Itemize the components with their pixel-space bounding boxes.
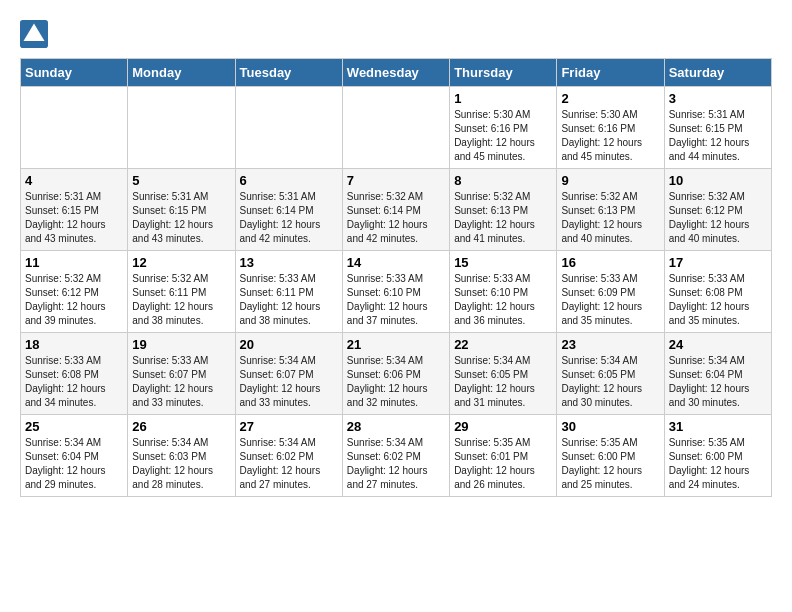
day-number: 11 bbox=[25, 255, 123, 270]
day-info: Sunrise: 5:30 AM Sunset: 6:16 PM Dayligh… bbox=[454, 108, 552, 164]
day-number: 20 bbox=[240, 337, 338, 352]
calendar-week-row: 25Sunrise: 5:34 AM Sunset: 6:04 PM Dayli… bbox=[21, 415, 772, 497]
day-info: Sunrise: 5:33 AM Sunset: 6:10 PM Dayligh… bbox=[454, 272, 552, 328]
column-header-thursday: Thursday bbox=[450, 59, 557, 87]
column-header-wednesday: Wednesday bbox=[342, 59, 449, 87]
calendar-cell: 27Sunrise: 5:34 AM Sunset: 6:02 PM Dayli… bbox=[235, 415, 342, 497]
calendar-cell: 22Sunrise: 5:34 AM Sunset: 6:05 PM Dayli… bbox=[450, 333, 557, 415]
day-info: Sunrise: 5:33 AM Sunset: 6:11 PM Dayligh… bbox=[240, 272, 338, 328]
column-header-monday: Monday bbox=[128, 59, 235, 87]
day-info: Sunrise: 5:32 AM Sunset: 6:13 PM Dayligh… bbox=[561, 190, 659, 246]
day-number: 6 bbox=[240, 173, 338, 188]
day-info: Sunrise: 5:32 AM Sunset: 6:13 PM Dayligh… bbox=[454, 190, 552, 246]
calendar-cell bbox=[128, 87, 235, 169]
calendar-cell bbox=[342, 87, 449, 169]
day-info: Sunrise: 5:33 AM Sunset: 6:08 PM Dayligh… bbox=[669, 272, 767, 328]
day-info: Sunrise: 5:31 AM Sunset: 6:15 PM Dayligh… bbox=[132, 190, 230, 246]
calendar-week-row: 18Sunrise: 5:33 AM Sunset: 6:08 PM Dayli… bbox=[21, 333, 772, 415]
day-number: 14 bbox=[347, 255, 445, 270]
day-info: Sunrise: 5:34 AM Sunset: 6:03 PM Dayligh… bbox=[132, 436, 230, 492]
day-number: 21 bbox=[347, 337, 445, 352]
calendar-cell: 29Sunrise: 5:35 AM Sunset: 6:01 PM Dayli… bbox=[450, 415, 557, 497]
column-header-sunday: Sunday bbox=[21, 59, 128, 87]
day-number: 8 bbox=[454, 173, 552, 188]
day-number: 12 bbox=[132, 255, 230, 270]
calendar-cell: 8Sunrise: 5:32 AM Sunset: 6:13 PM Daylig… bbox=[450, 169, 557, 251]
calendar-cell: 15Sunrise: 5:33 AM Sunset: 6:10 PM Dayli… bbox=[450, 251, 557, 333]
column-header-friday: Friday bbox=[557, 59, 664, 87]
calendar-cell: 26Sunrise: 5:34 AM Sunset: 6:03 PM Dayli… bbox=[128, 415, 235, 497]
calendar-cell: 16Sunrise: 5:33 AM Sunset: 6:09 PM Dayli… bbox=[557, 251, 664, 333]
calendar-cell: 13Sunrise: 5:33 AM Sunset: 6:11 PM Dayli… bbox=[235, 251, 342, 333]
calendar-cell: 18Sunrise: 5:33 AM Sunset: 6:08 PM Dayli… bbox=[21, 333, 128, 415]
day-number: 13 bbox=[240, 255, 338, 270]
day-info: Sunrise: 5:35 AM Sunset: 6:00 PM Dayligh… bbox=[669, 436, 767, 492]
calendar-week-row: 11Sunrise: 5:32 AM Sunset: 6:12 PM Dayli… bbox=[21, 251, 772, 333]
day-info: Sunrise: 5:32 AM Sunset: 6:14 PM Dayligh… bbox=[347, 190, 445, 246]
day-number: 2 bbox=[561, 91, 659, 106]
day-number: 18 bbox=[25, 337, 123, 352]
calendar-cell: 10Sunrise: 5:32 AM Sunset: 6:12 PM Dayli… bbox=[664, 169, 771, 251]
calendar-table: SundayMondayTuesdayWednesdayThursdayFrid… bbox=[20, 58, 772, 497]
day-number: 30 bbox=[561, 419, 659, 434]
calendar-cell: 7Sunrise: 5:32 AM Sunset: 6:14 PM Daylig… bbox=[342, 169, 449, 251]
day-number: 25 bbox=[25, 419, 123, 434]
day-number: 16 bbox=[561, 255, 659, 270]
page-header bbox=[20, 20, 772, 48]
day-number: 24 bbox=[669, 337, 767, 352]
calendar-cell: 24Sunrise: 5:34 AM Sunset: 6:04 PM Dayli… bbox=[664, 333, 771, 415]
calendar-cell: 12Sunrise: 5:32 AM Sunset: 6:11 PM Dayli… bbox=[128, 251, 235, 333]
day-number: 19 bbox=[132, 337, 230, 352]
day-info: Sunrise: 5:32 AM Sunset: 6:12 PM Dayligh… bbox=[669, 190, 767, 246]
calendar-cell bbox=[235, 87, 342, 169]
day-info: Sunrise: 5:31 AM Sunset: 6:15 PM Dayligh… bbox=[25, 190, 123, 246]
day-info: Sunrise: 5:32 AM Sunset: 6:11 PM Dayligh… bbox=[132, 272, 230, 328]
calendar-cell: 14Sunrise: 5:33 AM Sunset: 6:10 PM Dayli… bbox=[342, 251, 449, 333]
day-info: Sunrise: 5:34 AM Sunset: 6:02 PM Dayligh… bbox=[347, 436, 445, 492]
day-info: Sunrise: 5:31 AM Sunset: 6:14 PM Dayligh… bbox=[240, 190, 338, 246]
day-number: 7 bbox=[347, 173, 445, 188]
day-number: 3 bbox=[669, 91, 767, 106]
calendar-cell: 23Sunrise: 5:34 AM Sunset: 6:05 PM Dayli… bbox=[557, 333, 664, 415]
day-info: Sunrise: 5:34 AM Sunset: 6:07 PM Dayligh… bbox=[240, 354, 338, 410]
calendar-cell: 19Sunrise: 5:33 AM Sunset: 6:07 PM Dayli… bbox=[128, 333, 235, 415]
calendar-header-row: SundayMondayTuesdayWednesdayThursdayFrid… bbox=[21, 59, 772, 87]
calendar-cell bbox=[21, 87, 128, 169]
day-info: Sunrise: 5:34 AM Sunset: 6:05 PM Dayligh… bbox=[561, 354, 659, 410]
day-number: 17 bbox=[669, 255, 767, 270]
calendar-cell: 28Sunrise: 5:34 AM Sunset: 6:02 PM Dayli… bbox=[342, 415, 449, 497]
column-header-tuesday: Tuesday bbox=[235, 59, 342, 87]
day-info: Sunrise: 5:30 AM Sunset: 6:16 PM Dayligh… bbox=[561, 108, 659, 164]
day-number: 29 bbox=[454, 419, 552, 434]
day-info: Sunrise: 5:33 AM Sunset: 6:07 PM Dayligh… bbox=[132, 354, 230, 410]
day-number: 31 bbox=[669, 419, 767, 434]
logo-icon bbox=[20, 20, 48, 48]
calendar-cell: 5Sunrise: 5:31 AM Sunset: 6:15 PM Daylig… bbox=[128, 169, 235, 251]
calendar-cell: 3Sunrise: 5:31 AM Sunset: 6:15 PM Daylig… bbox=[664, 87, 771, 169]
day-number: 15 bbox=[454, 255, 552, 270]
calendar-cell: 21Sunrise: 5:34 AM Sunset: 6:06 PM Dayli… bbox=[342, 333, 449, 415]
day-info: Sunrise: 5:33 AM Sunset: 6:08 PM Dayligh… bbox=[25, 354, 123, 410]
day-info: Sunrise: 5:33 AM Sunset: 6:10 PM Dayligh… bbox=[347, 272, 445, 328]
day-number: 28 bbox=[347, 419, 445, 434]
day-info: Sunrise: 5:35 AM Sunset: 6:01 PM Dayligh… bbox=[454, 436, 552, 492]
day-number: 26 bbox=[132, 419, 230, 434]
column-header-saturday: Saturday bbox=[664, 59, 771, 87]
calendar-cell: 25Sunrise: 5:34 AM Sunset: 6:04 PM Dayli… bbox=[21, 415, 128, 497]
calendar-cell: 11Sunrise: 5:32 AM Sunset: 6:12 PM Dayli… bbox=[21, 251, 128, 333]
day-info: Sunrise: 5:31 AM Sunset: 6:15 PM Dayligh… bbox=[669, 108, 767, 164]
day-number: 22 bbox=[454, 337, 552, 352]
day-info: Sunrise: 5:33 AM Sunset: 6:09 PM Dayligh… bbox=[561, 272, 659, 328]
day-number: 9 bbox=[561, 173, 659, 188]
day-info: Sunrise: 5:34 AM Sunset: 6:04 PM Dayligh… bbox=[25, 436, 123, 492]
day-number: 1 bbox=[454, 91, 552, 106]
calendar-cell: 9Sunrise: 5:32 AM Sunset: 6:13 PM Daylig… bbox=[557, 169, 664, 251]
calendar-cell: 17Sunrise: 5:33 AM Sunset: 6:08 PM Dayli… bbox=[664, 251, 771, 333]
day-info: Sunrise: 5:35 AM Sunset: 6:00 PM Dayligh… bbox=[561, 436, 659, 492]
day-number: 27 bbox=[240, 419, 338, 434]
calendar-cell: 31Sunrise: 5:35 AM Sunset: 6:00 PM Dayli… bbox=[664, 415, 771, 497]
day-info: Sunrise: 5:32 AM Sunset: 6:12 PM Dayligh… bbox=[25, 272, 123, 328]
calendar-cell: 1Sunrise: 5:30 AM Sunset: 6:16 PM Daylig… bbox=[450, 87, 557, 169]
day-info: Sunrise: 5:34 AM Sunset: 6:06 PM Dayligh… bbox=[347, 354, 445, 410]
calendar-week-row: 1Sunrise: 5:30 AM Sunset: 6:16 PM Daylig… bbox=[21, 87, 772, 169]
